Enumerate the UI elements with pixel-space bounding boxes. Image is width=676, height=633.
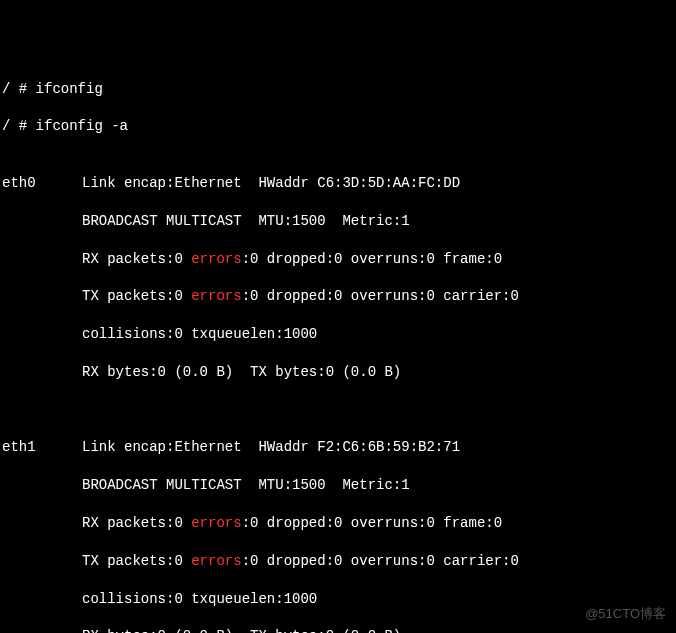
interface-eth1: eth1Link encap:Ethernet HWaddr F2:C6:6B:… <box>2 438 674 457</box>
flags-line: BROADCAST MULTICAST MTU:1500 Metric:1 <box>2 212 674 231</box>
interface-name: eth0 <box>2 174 82 193</box>
rx-packets-line: RX packets:0 errors:0 dropped:0 overruns… <box>2 514 674 533</box>
tx-packets-line: TX packets:0 errors:0 dropped:0 overruns… <box>2 287 674 306</box>
rx-packets-line: RX packets:0 errors:0 dropped:0 overruns… <box>2 250 674 269</box>
terminal-command-line-2: / # ifconfig -a <box>2 117 674 136</box>
errors-label: errors <box>191 553 241 569</box>
interface-name: eth1 <box>2 438 82 457</box>
collisions-line: collisions:0 txqueuelen:1000 <box>2 325 674 344</box>
bytes-line: RX bytes:0 (0.0 B) TX bytes:0 (0.0 B) <box>2 627 674 633</box>
watermark: @51CTO博客 <box>585 605 666 623</box>
link-encap-line: Link encap:Ethernet HWaddr C6:3D:5D:AA:F… <box>82 175 460 191</box>
errors-label: errors <box>191 251 241 267</box>
terminal-command-line-1: / # ifconfig <box>2 80 674 99</box>
tx-packets-line: TX packets:0 errors:0 dropped:0 overruns… <box>2 552 674 571</box>
collisions-line: collisions:0 txqueuelen:1000 <box>2 590 674 609</box>
interface-eth0: eth0Link encap:Ethernet HWaddr C6:3D:5D:… <box>2 174 674 193</box>
flags-line: BROADCAST MULTICAST MTU:1500 Metric:1 <box>2 476 674 495</box>
errors-label: errors <box>191 515 241 531</box>
errors-label: errors <box>191 288 241 304</box>
link-encap-line: Link encap:Ethernet HWaddr F2:C6:6B:59:B… <box>82 439 460 455</box>
bytes-line: RX bytes:0 (0.0 B) TX bytes:0 (0.0 B) <box>2 363 674 382</box>
